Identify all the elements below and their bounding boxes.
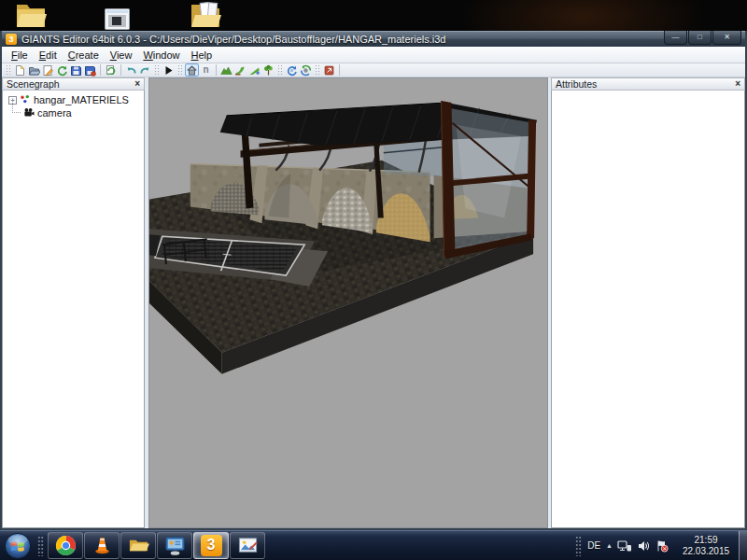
menu-edit[interactable]: Edit	[34, 49, 63, 62]
attributes-panel: Attributes ×	[551, 77, 745, 528]
letter-n-icon[interactable]: n	[199, 63, 213, 77]
scenegraph-close-icon[interactable]: ×	[134, 79, 140, 89]
attributes-title: Attributes	[556, 78, 597, 90]
window-content: Scenegraph × + hangar_MATERIELS camera	[2, 77, 745, 528]
start-button[interactable]	[4, 532, 32, 560]
terrain-smooth-icon[interactable]	[233, 63, 247, 77]
close-button[interactable]: ✕	[712, 31, 741, 45]
desktop-folder-icon[interactable]	[15, 1, 47, 33]
scenegraph-title: Scenegraph	[7, 78, 60, 90]
edit-document-icon[interactable]	[41, 63, 55, 77]
attributes-header[interactable]: Attributes ×	[551, 77, 745, 91]
network-icon[interactable]	[617, 539, 632, 553]
paint-icon	[237, 535, 259, 556]
taskbar-chrome-button[interactable]	[48, 532, 83, 559]
save-icon[interactable]	[69, 63, 83, 77]
taskbar-explorer-button[interactable]	[120, 532, 156, 559]
volume-icon[interactable]	[636, 539, 651, 553]
menu-view[interactable]: View	[105, 49, 138, 62]
display-settings-icon	[164, 535, 186, 556]
window-title: GIANTS Editor 64bit 6.0.3 - C:/Users/Die…	[21, 34, 659, 45]
toolbar-grip[interactable]	[315, 64, 320, 76]
app-icon: 3	[6, 34, 17, 45]
title-bar[interactable]: 3 GIANTS Editor 64bit 6.0.3 - C:/Users/D…	[2, 31, 745, 47]
new-file-icon[interactable]	[13, 63, 27, 77]
camera-home-icon[interactable]	[185, 63, 199, 77]
menu-create[interactable]: Create	[63, 49, 105, 62]
transform-group-icon	[20, 94, 31, 105]
undo-icon[interactable]	[124, 63, 138, 77]
taskbar-display-settings-button[interactable]	[157, 532, 192, 559]
clock-time: 21:59	[679, 535, 733, 546]
viewport-3d-scene[interactable]	[149, 78, 547, 527]
script-error-icon[interactable]	[322, 63, 336, 77]
language-indicator[interactable]: DE	[587, 540, 600, 551]
reload-textures-icon[interactable]	[285, 63, 299, 77]
toolbar-grip[interactable]	[177, 64, 183, 76]
giants-editor-window: 3 GIANTS Editor 64bit 6.0.3 - C:/Users/D…	[0, 31, 747, 530]
terrain-slope-icon[interactable]	[247, 63, 261, 77]
tree-node-label: camera	[37, 107, 72, 119]
scenegraph-panel: Scenegraph × + hangar_MATERIELS camera	[2, 77, 145, 528]
tree-connector	[12, 100, 21, 113]
desktop-application-icon[interactable]	[105, 8, 130, 34]
toolbar-grip[interactable]	[154, 64, 160, 76]
taskbar-giants-editor-button[interactable]: 3	[193, 532, 229, 559]
minimize-button[interactable]: —	[664, 31, 687, 45]
taskbar-paint-button[interactable]	[230, 532, 265, 559]
toolbar-grip[interactable]	[277, 64, 283, 76]
chrome-icon	[55, 535, 77, 556]
refresh-icon[interactable]	[55, 63, 69, 77]
open-file-icon[interactable]	[27, 63, 41, 77]
menu-help[interactable]: Help	[186, 49, 218, 62]
play-icon[interactable]	[162, 63, 176, 77]
taskbar-vlc-button[interactable]	[84, 532, 120, 559]
tree-node-hangar[interactable]: + hangar_MATERIELS	[8, 93, 144, 106]
system-tray: DE ▲ 21:59 22.03.2015	[572, 531, 747, 560]
desktop-folder-documents-icon[interactable]	[190, 1, 221, 33]
terrain-sculpt-icon[interactable]	[219, 63, 233, 77]
tray-grip[interactable]	[575, 536, 582, 556]
maximize-button[interactable]: □	[688, 31, 712, 45]
scenegraph-header[interactable]: Scenegraph ×	[2, 77, 145, 91]
menu-window[interactable]: Window	[137, 49, 185, 62]
import-icon[interactable]	[104, 63, 118, 77]
taskbar-clock[interactable]: 21:59 22.03.2015	[679, 535, 733, 557]
taskbar-grip[interactable]	[37, 536, 44, 556]
toolbar-grip[interactable]	[6, 64, 11, 76]
menu-file[interactable]: File	[6, 49, 34, 62]
scenegraph-tree: + hangar_MATERIELS camera	[2, 91, 145, 528]
tree-node-camera[interactable]: camera	[8, 106, 144, 119]
save-as-icon[interactable]	[83, 63, 97, 77]
camera-icon	[23, 107, 35, 119]
reload-scripts-icon[interactable]	[299, 63, 313, 77]
tray-expand-icon[interactable]: ▲	[603, 542, 615, 549]
menu-bar: File Edit Create View Window Help	[2, 47, 745, 63]
glass-end-wall	[442, 101, 537, 259]
redo-icon[interactable]	[138, 63, 152, 77]
giants-editor-icon: 3	[201, 535, 222, 556]
attributes-content	[551, 91, 745, 528]
viewport-3d[interactable]	[148, 77, 548, 528]
explorer-folder-icon	[128, 535, 149, 556]
action-center-flag-icon[interactable]	[655, 539, 669, 553]
vlc-icon	[92, 535, 113, 556]
show-desktop-button[interactable]	[739, 531, 747, 560]
tree-node-label: hangar_MATERIELS	[34, 94, 129, 105]
foliage-paint-icon[interactable]	[261, 63, 275, 77]
clock-date: 22.03.2015	[679, 546, 733, 557]
windows-taskbar: 3 DE ▲ 21:59 22.03.2015	[0, 530, 747, 560]
attributes-close-icon[interactable]: ×	[735, 79, 740, 89]
tool-bar: n	[2, 63, 745, 77]
